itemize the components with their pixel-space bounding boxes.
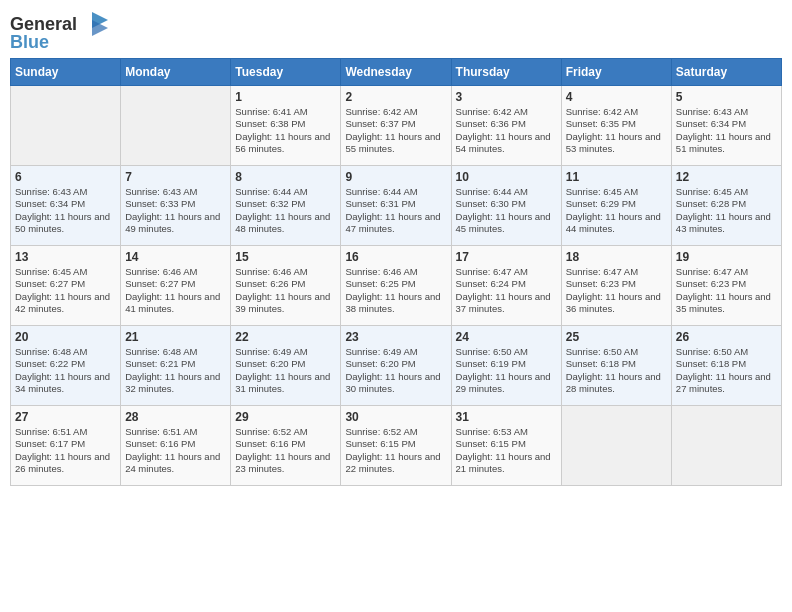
day-number: 16: [345, 250, 446, 264]
calendar-cell: 9Sunrise: 6:44 AM Sunset: 6:31 PM Daylig…: [341, 166, 451, 246]
logo: General Blue: [10, 10, 110, 50]
day-info: Sunrise: 6:45 AM Sunset: 6:29 PM Dayligh…: [566, 186, 667, 235]
day-info: Sunrise: 6:41 AM Sunset: 6:38 PM Dayligh…: [235, 106, 336, 155]
day-number: 2: [345, 90, 446, 104]
day-number: 20: [15, 330, 116, 344]
day-number: 22: [235, 330, 336, 344]
day-number: 11: [566, 170, 667, 184]
day-info: Sunrise: 6:47 AM Sunset: 6:23 PM Dayligh…: [676, 266, 777, 315]
day-info: Sunrise: 6:48 AM Sunset: 6:21 PM Dayligh…: [125, 346, 226, 395]
day-number: 17: [456, 250, 557, 264]
day-info: Sunrise: 6:45 AM Sunset: 6:28 PM Dayligh…: [676, 186, 777, 235]
day-info: Sunrise: 6:49 AM Sunset: 6:20 PM Dayligh…: [235, 346, 336, 395]
weekday-header: Wednesday: [341, 59, 451, 86]
calendar-cell: 2Sunrise: 6:42 AM Sunset: 6:37 PM Daylig…: [341, 86, 451, 166]
day-info: Sunrise: 6:44 AM Sunset: 6:32 PM Dayligh…: [235, 186, 336, 235]
day-info: Sunrise: 6:47 AM Sunset: 6:24 PM Dayligh…: [456, 266, 557, 315]
calendar-cell: 14Sunrise: 6:46 AM Sunset: 6:27 PM Dayli…: [121, 246, 231, 326]
day-number: 4: [566, 90, 667, 104]
calendar-cell: 5Sunrise: 6:43 AM Sunset: 6:34 PM Daylig…: [671, 86, 781, 166]
day-info: Sunrise: 6:43 AM Sunset: 6:33 PM Dayligh…: [125, 186, 226, 235]
calendar-cell: 17Sunrise: 6:47 AM Sunset: 6:24 PM Dayli…: [451, 246, 561, 326]
calendar-cell: [11, 86, 121, 166]
calendar-cell: 21Sunrise: 6:48 AM Sunset: 6:21 PM Dayli…: [121, 326, 231, 406]
day-info: Sunrise: 6:52 AM Sunset: 6:16 PM Dayligh…: [235, 426, 336, 475]
day-number: 6: [15, 170, 116, 184]
calendar-week-row: 13Sunrise: 6:45 AM Sunset: 6:27 PM Dayli…: [11, 246, 782, 326]
day-info: Sunrise: 6:48 AM Sunset: 6:22 PM Dayligh…: [15, 346, 116, 395]
day-info: Sunrise: 6:46 AM Sunset: 6:26 PM Dayligh…: [235, 266, 336, 315]
calendar-cell: 23Sunrise: 6:49 AM Sunset: 6:20 PM Dayli…: [341, 326, 451, 406]
day-number: 10: [456, 170, 557, 184]
weekday-header-row: SundayMondayTuesdayWednesdayThursdayFrid…: [11, 59, 782, 86]
day-number: 5: [676, 90, 777, 104]
day-info: Sunrise: 6:47 AM Sunset: 6:23 PM Dayligh…: [566, 266, 667, 315]
day-info: Sunrise: 6:42 AM Sunset: 6:35 PM Dayligh…: [566, 106, 667, 155]
day-number: 27: [15, 410, 116, 424]
calendar-cell: 8Sunrise: 6:44 AM Sunset: 6:32 PM Daylig…: [231, 166, 341, 246]
day-number: 13: [15, 250, 116, 264]
calendar-cell: 7Sunrise: 6:43 AM Sunset: 6:33 PM Daylig…: [121, 166, 231, 246]
calendar-cell: 29Sunrise: 6:52 AM Sunset: 6:16 PM Dayli…: [231, 406, 341, 486]
day-number: 31: [456, 410, 557, 424]
day-number: 15: [235, 250, 336, 264]
calendar-cell: 18Sunrise: 6:47 AM Sunset: 6:23 PM Dayli…: [561, 246, 671, 326]
day-info: Sunrise: 6:43 AM Sunset: 6:34 PM Dayligh…: [676, 106, 777, 155]
day-info: Sunrise: 6:53 AM Sunset: 6:15 PM Dayligh…: [456, 426, 557, 475]
day-info: Sunrise: 6:44 AM Sunset: 6:30 PM Dayligh…: [456, 186, 557, 235]
calendar-cell: 20Sunrise: 6:48 AM Sunset: 6:22 PM Dayli…: [11, 326, 121, 406]
day-number: 21: [125, 330, 226, 344]
day-number: 1: [235, 90, 336, 104]
day-info: Sunrise: 6:46 AM Sunset: 6:27 PM Dayligh…: [125, 266, 226, 315]
day-number: 24: [456, 330, 557, 344]
calendar-cell: 25Sunrise: 6:50 AM Sunset: 6:18 PM Dayli…: [561, 326, 671, 406]
day-info: Sunrise: 6:50 AM Sunset: 6:18 PM Dayligh…: [566, 346, 667, 395]
day-number: 26: [676, 330, 777, 344]
calendar-cell: 11Sunrise: 6:45 AM Sunset: 6:29 PM Dayli…: [561, 166, 671, 246]
weekday-header: Thursday: [451, 59, 561, 86]
day-info: Sunrise: 6:45 AM Sunset: 6:27 PM Dayligh…: [15, 266, 116, 315]
day-number: 14: [125, 250, 226, 264]
day-number: 7: [125, 170, 226, 184]
calendar-cell: 16Sunrise: 6:46 AM Sunset: 6:25 PM Dayli…: [341, 246, 451, 326]
calendar-week-row: 20Sunrise: 6:48 AM Sunset: 6:22 PM Dayli…: [11, 326, 782, 406]
calendar-table: SundayMondayTuesdayWednesdayThursdayFrid…: [10, 58, 782, 486]
calendar-cell: [561, 406, 671, 486]
day-info: Sunrise: 6:46 AM Sunset: 6:25 PM Dayligh…: [345, 266, 446, 315]
day-info: Sunrise: 6:51 AM Sunset: 6:17 PM Dayligh…: [15, 426, 116, 475]
calendar-cell: 6Sunrise: 6:43 AM Sunset: 6:34 PM Daylig…: [11, 166, 121, 246]
weekday-header: Monday: [121, 59, 231, 86]
day-info: Sunrise: 6:43 AM Sunset: 6:34 PM Dayligh…: [15, 186, 116, 235]
svg-text:General: General: [10, 14, 77, 34]
page-header: General Blue: [10, 10, 782, 50]
day-info: Sunrise: 6:49 AM Sunset: 6:20 PM Dayligh…: [345, 346, 446, 395]
calendar-cell: 30Sunrise: 6:52 AM Sunset: 6:15 PM Dayli…: [341, 406, 451, 486]
day-number: 18: [566, 250, 667, 264]
calendar-cell: 10Sunrise: 6:44 AM Sunset: 6:30 PM Dayli…: [451, 166, 561, 246]
calendar-cell: 4Sunrise: 6:42 AM Sunset: 6:35 PM Daylig…: [561, 86, 671, 166]
weekday-header: Friday: [561, 59, 671, 86]
calendar-cell: 15Sunrise: 6:46 AM Sunset: 6:26 PM Dayli…: [231, 246, 341, 326]
logo-icon: General Blue: [10, 10, 110, 50]
calendar-cell: 13Sunrise: 6:45 AM Sunset: 6:27 PM Dayli…: [11, 246, 121, 326]
calendar-week-row: 6Sunrise: 6:43 AM Sunset: 6:34 PM Daylig…: [11, 166, 782, 246]
calendar-week-row: 1Sunrise: 6:41 AM Sunset: 6:38 PM Daylig…: [11, 86, 782, 166]
day-number: 23: [345, 330, 446, 344]
calendar-week-row: 27Sunrise: 6:51 AM Sunset: 6:17 PM Dayli…: [11, 406, 782, 486]
day-info: Sunrise: 6:52 AM Sunset: 6:15 PM Dayligh…: [345, 426, 446, 475]
day-number: 29: [235, 410, 336, 424]
calendar-cell: 31Sunrise: 6:53 AM Sunset: 6:15 PM Dayli…: [451, 406, 561, 486]
day-info: Sunrise: 6:42 AM Sunset: 6:37 PM Dayligh…: [345, 106, 446, 155]
day-number: 25: [566, 330, 667, 344]
day-number: 12: [676, 170, 777, 184]
calendar-cell: 1Sunrise: 6:41 AM Sunset: 6:38 PM Daylig…: [231, 86, 341, 166]
day-number: 8: [235, 170, 336, 184]
day-info: Sunrise: 6:50 AM Sunset: 6:19 PM Dayligh…: [456, 346, 557, 395]
calendar-cell: 24Sunrise: 6:50 AM Sunset: 6:19 PM Dayli…: [451, 326, 561, 406]
calendar-cell: 19Sunrise: 6:47 AM Sunset: 6:23 PM Dayli…: [671, 246, 781, 326]
day-info: Sunrise: 6:50 AM Sunset: 6:18 PM Dayligh…: [676, 346, 777, 395]
calendar-cell: 28Sunrise: 6:51 AM Sunset: 6:16 PM Dayli…: [121, 406, 231, 486]
calendar-cell: 12Sunrise: 6:45 AM Sunset: 6:28 PM Dayli…: [671, 166, 781, 246]
calendar-cell: [671, 406, 781, 486]
weekday-header: Saturday: [671, 59, 781, 86]
